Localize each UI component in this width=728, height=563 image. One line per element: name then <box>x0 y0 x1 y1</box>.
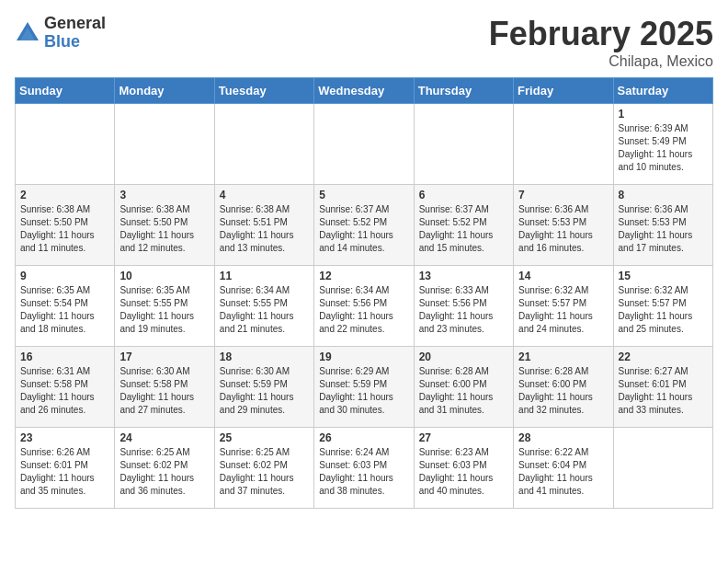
day-number: 28 <box>518 431 608 444</box>
day-number: 11 <box>220 270 309 282</box>
day-number: 19 <box>319 350 408 363</box>
day-number: 12 <box>319 270 408 282</box>
calendar-cell: 13Sunrise: 6:33 AM Sunset: 5:56 PM Dayli… <box>414 266 513 347</box>
calendar-cell <box>214 104 313 185</box>
calendar-cell: 25Sunrise: 6:25 AM Sunset: 6:02 PM Dayli… <box>214 428 313 509</box>
cell-info: Sunrise: 6:34 AM Sunset: 5:56 PM Dayligh… <box>319 284 408 336</box>
day-number: 15 <box>619 270 708 282</box>
cell-info: Sunrise: 6:25 AM Sunset: 6:02 PM Dayligh… <box>220 446 309 498</box>
calendar-cell: 17Sunrise: 6:30 AM Sunset: 5:58 PM Dayli… <box>115 347 214 428</box>
day-number: 9 <box>20 270 109 282</box>
calendar-cell: 19Sunrise: 6:29 AM Sunset: 5:59 PM Dayli… <box>314 347 414 428</box>
calendar-header-tuesday: Tuesday <box>214 78 313 104</box>
calendar-cell: 11Sunrise: 6:34 AM Sunset: 5:55 PM Dayli… <box>214 266 313 347</box>
day-number: 4 <box>220 189 309 201</box>
calendar-cell: 28Sunrise: 6:22 AM Sunset: 6:04 PM Dayli… <box>514 428 613 509</box>
day-number: 18 <box>220 350 309 363</box>
calendar-table: SundayMondayTuesdayWednesdayThursdayFrid… <box>15 77 713 509</box>
calendar-cell: 23Sunrise: 6:26 AM Sunset: 6:01 PM Dayli… <box>16 428 115 509</box>
day-number: 22 <box>619 350 708 363</box>
cell-info: Sunrise: 6:34 AM Sunset: 5:55 PM Dayligh… <box>220 284 309 336</box>
page-header: General Blue February 2025 Chilapa, Mexi… <box>15 15 713 70</box>
day-number: 3 <box>119 189 209 201</box>
calendar-cell <box>514 104 613 185</box>
calendar-cell: 27Sunrise: 6:23 AM Sunset: 6:03 PM Dayli… <box>414 428 513 509</box>
calendar-cell: 9Sunrise: 6:35 AM Sunset: 5:54 PM Daylig… <box>16 266 115 347</box>
logo-icon <box>15 20 40 46</box>
day-number: 10 <box>119 270 209 282</box>
cell-info: Sunrise: 6:33 AM Sunset: 5:56 PM Dayligh… <box>419 284 508 336</box>
day-number: 17 <box>119 350 209 363</box>
calendar-week-row: 16Sunrise: 6:31 AM Sunset: 5:58 PM Dayli… <box>16 347 713 428</box>
title-block: February 2025 Chilapa, Mexico <box>489 15 713 70</box>
day-number: 6 <box>419 189 508 201</box>
day-number: 14 <box>518 270 608 282</box>
page-title: February 2025 <box>489 15 713 53</box>
day-number: 5 <box>319 189 408 201</box>
cell-info: Sunrise: 6:30 AM Sunset: 5:58 PM Dayligh… <box>119 365 209 417</box>
calendar-cell: 4Sunrise: 6:38 AM Sunset: 5:51 PM Daylig… <box>214 185 313 266</box>
cell-info: Sunrise: 6:32 AM Sunset: 5:57 PM Dayligh… <box>619 284 708 336</box>
calendar-cell: 3Sunrise: 6:38 AM Sunset: 5:50 PM Daylig… <box>115 185 214 266</box>
cell-info: Sunrise: 6:28 AM Sunset: 6:00 PM Dayligh… <box>518 365 608 417</box>
cell-info: Sunrise: 6:39 AM Sunset: 5:49 PM Dayligh… <box>619 122 708 174</box>
cell-info: Sunrise: 6:31 AM Sunset: 5:58 PM Dayligh… <box>20 365 109 417</box>
day-number: 26 <box>319 431 408 444</box>
calendar-header-row: SundayMondayTuesdayWednesdayThursdayFrid… <box>16 78 713 104</box>
calendar-cell: 24Sunrise: 6:25 AM Sunset: 6:02 PM Dayli… <box>115 428 214 509</box>
calendar-cell: 6Sunrise: 6:37 AM Sunset: 5:52 PM Daylig… <box>414 185 513 266</box>
calendar-cell: 14Sunrise: 6:32 AM Sunset: 5:57 PM Dayli… <box>514 266 613 347</box>
cell-info: Sunrise: 6:36 AM Sunset: 5:53 PM Dayligh… <box>518 203 608 255</box>
calendar-header-friday: Friday <box>514 78 613 104</box>
day-number: 2 <box>20 189 109 201</box>
cell-info: Sunrise: 6:22 AM Sunset: 6:04 PM Dayligh… <box>518 446 608 498</box>
cell-info: Sunrise: 6:28 AM Sunset: 6:00 PM Dayligh… <box>419 365 508 417</box>
calendar-cell: 8Sunrise: 6:36 AM Sunset: 5:53 PM Daylig… <box>613 185 712 266</box>
cell-info: Sunrise: 6:36 AM Sunset: 5:53 PM Dayligh… <box>619 203 708 255</box>
calendar-header-thursday: Thursday <box>414 78 513 104</box>
calendar-cell: 18Sunrise: 6:30 AM Sunset: 5:59 PM Dayli… <box>214 347 313 428</box>
day-number: 23 <box>20 431 109 444</box>
calendar-cell: 16Sunrise: 6:31 AM Sunset: 5:58 PM Dayli… <box>16 347 115 428</box>
day-number: 21 <box>518 350 608 363</box>
cell-info: Sunrise: 6:29 AM Sunset: 5:59 PM Dayligh… <box>319 365 408 417</box>
logo-general-text: General <box>44 15 106 33</box>
calendar-cell: 10Sunrise: 6:35 AM Sunset: 5:55 PM Dayli… <box>115 266 214 347</box>
cell-info: Sunrise: 6:37 AM Sunset: 5:52 PM Dayligh… <box>419 203 508 255</box>
day-number: 27 <box>419 431 508 444</box>
page-subtitle: Chilapa, Mexico <box>489 53 713 70</box>
logo-text: General Blue <box>44 15 106 52</box>
day-number: 24 <box>119 431 209 444</box>
day-number: 1 <box>619 108 708 121</box>
cell-info: Sunrise: 6:38 AM Sunset: 5:51 PM Dayligh… <box>220 203 309 255</box>
calendar-header-sunday: Sunday <box>16 78 115 104</box>
calendar-cell <box>16 104 115 185</box>
logo: General Blue <box>15 15 106 52</box>
calendar-header-monday: Monday <box>115 78 214 104</box>
calendar-cell <box>414 104 513 185</box>
day-number: 20 <box>419 350 508 363</box>
cell-info: Sunrise: 6:35 AM Sunset: 5:54 PM Dayligh… <box>20 284 109 336</box>
calendar-cell <box>115 104 214 185</box>
cell-info: Sunrise: 6:27 AM Sunset: 6:01 PM Dayligh… <box>619 365 708 417</box>
calendar-cell: 20Sunrise: 6:28 AM Sunset: 6:00 PM Dayli… <box>414 347 513 428</box>
cell-info: Sunrise: 6:37 AM Sunset: 5:52 PM Dayligh… <box>319 203 408 255</box>
day-number: 7 <box>518 189 608 201</box>
calendar-week-row: 2Sunrise: 6:38 AM Sunset: 5:50 PM Daylig… <box>16 185 713 266</box>
cell-info: Sunrise: 6:38 AM Sunset: 5:50 PM Dayligh… <box>20 203 109 255</box>
calendar-header-wednesday: Wednesday <box>314 78 414 104</box>
cell-info: Sunrise: 6:32 AM Sunset: 5:57 PM Dayligh… <box>518 284 608 336</box>
calendar-cell: 12Sunrise: 6:34 AM Sunset: 5:56 PM Dayli… <box>314 266 414 347</box>
calendar-cell: 5Sunrise: 6:37 AM Sunset: 5:52 PM Daylig… <box>314 185 414 266</box>
calendar-week-row: 1Sunrise: 6:39 AM Sunset: 5:49 PM Daylig… <box>16 104 713 185</box>
calendar-cell <box>314 104 414 185</box>
day-number: 13 <box>419 270 508 282</box>
calendar-week-row: 23Sunrise: 6:26 AM Sunset: 6:01 PM Dayli… <box>16 428 713 509</box>
calendar-cell: 15Sunrise: 6:32 AM Sunset: 5:57 PM Dayli… <box>613 266 712 347</box>
calendar-cell <box>613 428 712 509</box>
cell-info: Sunrise: 6:26 AM Sunset: 6:01 PM Dayligh… <box>20 446 109 498</box>
cell-info: Sunrise: 6:25 AM Sunset: 6:02 PM Dayligh… <box>119 446 209 498</box>
cell-info: Sunrise: 6:30 AM Sunset: 5:59 PM Dayligh… <box>220 365 309 417</box>
calendar-week-row: 9Sunrise: 6:35 AM Sunset: 5:54 PM Daylig… <box>16 266 713 347</box>
day-number: 16 <box>20 350 109 363</box>
